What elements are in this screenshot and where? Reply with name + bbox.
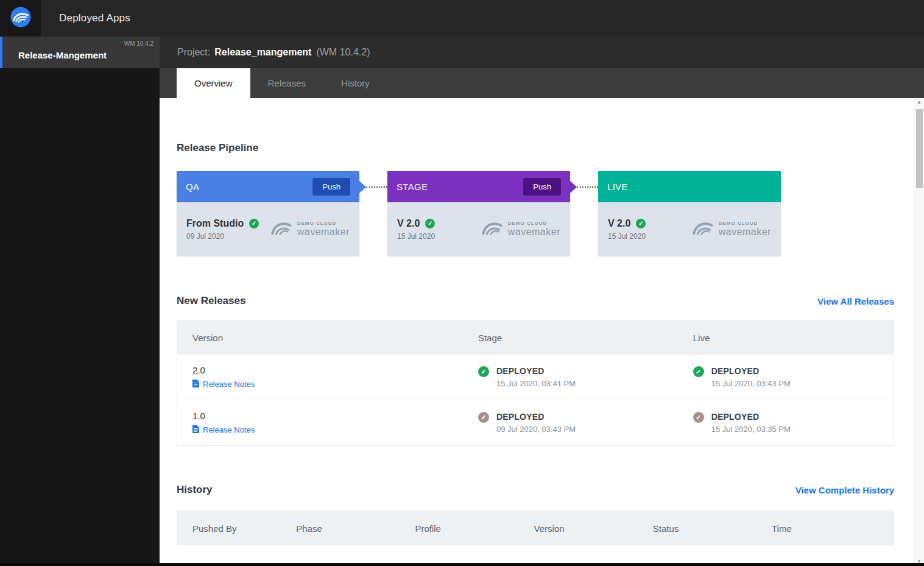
check-icon: ✓ (636, 219, 646, 228)
table-header-row: Pushed By Phase Profile Version Status T… (177, 511, 894, 545)
wavemaker-cloud-logo: DEMO CLOUD wavemaker (269, 219, 350, 239)
new-releases-table: Version Stage Live 2.0 Release (177, 320, 894, 446)
pipeline-connector (359, 171, 387, 202)
tab-bar: Overview Releases History (160, 68, 924, 98)
stage-body: V 2.0 ✓ 15 Jul 2020 (598, 202, 781, 256)
wavemaker-cloud-logo: DEMO CLOUD wavemaker (691, 219, 771, 239)
column-header-live: Live (693, 333, 894, 343)
project-prefix: Project: (177, 47, 210, 58)
app-logo-box[interactable] (0, 0, 41, 37)
pipeline-connector (570, 171, 598, 202)
document-icon (192, 380, 199, 389)
stage-date: 09 Jul 2020 (186, 232, 259, 241)
check-icon: ✓ (425, 219, 435, 228)
release-notes-label: Release Notes (203, 425, 255, 434)
stage-date: 15 Jul 2020 (397, 232, 435, 241)
stage-name: QA (186, 182, 199, 192)
document-icon (192, 425, 199, 435)
tab-history[interactable]: History (323, 68, 387, 98)
arrow-right-icon (359, 181, 366, 193)
sidebar: WM 10.4.2 Release-Mangement (0, 37, 160, 566)
stage-card-live: LIVE V 2.0 ✓ 15 Jul 2020 (598, 171, 781, 256)
deploy-status: DEPLOYED (496, 412, 576, 422)
stage-header: STAGE Push (387, 171, 570, 202)
stage-header: LIVE (598, 171, 781, 202)
scrollbar-thumb[interactable] (916, 109, 923, 188)
push-button[interactable]: Push (523, 178, 561, 196)
pipeline-cards: QA Push From Studio ✓ 09 Jul 2020 (177, 171, 894, 256)
stage-version: From Studio (186, 218, 244, 229)
stage-body: V 2.0 ✓ 15 Jul 2020 (387, 202, 570, 256)
logo-text-top: DEMO CLOUD (719, 221, 771, 226)
release-notes-label: Release Notes (203, 380, 255, 389)
sidebar-item-release-management[interactable]: WM 10.4.2 Release-Mangement (0, 37, 160, 68)
stage-version: V 2.0 (608, 218, 630, 229)
column-header-time: Time (772, 523, 890, 534)
release-pipeline-section: Release Pipeline QA Push From Studio (177, 142, 894, 256)
deploy-status: DEPLOYED (711, 412, 791, 422)
stage-date: 15 Jul 2020 (608, 232, 646, 241)
stage-version: V 2.0 (397, 218, 420, 229)
dotted-line (577, 186, 598, 188)
project-version: (WM 10.4.2) (316, 47, 370, 58)
history-table: Pushed By Phase Profile Version Status T… (177, 511, 894, 545)
sidebar-item-version: WM 10.4.2 (124, 40, 153, 47)
window-bottom-edge (0, 563, 924, 566)
scroll-up-icon[interactable]: ▲ (914, 98, 924, 107)
deploy-status: DEPLOYED (711, 366, 791, 376)
tab-overview[interactable]: Overview (177, 68, 250, 98)
stage-card-qa: QA Push From Studio ✓ 09 Jul 2020 (177, 171, 359, 256)
check-icon: ✓ (249, 219, 259, 228)
logo-text-bottom: wavemaker (719, 227, 771, 238)
deployed-check-icon: ✓ (478, 412, 489, 423)
release-pipeline-title: Release Pipeline (177, 142, 894, 154)
view-all-releases-link[interactable]: View All Releases (817, 296, 894, 306)
stage-card-stage: STAGE Push V 2.0 ✓ 15 Jul 2020 (387, 171, 570, 256)
column-header-stage: Stage (478, 333, 693, 343)
deployed-check-icon: ✓ (478, 366, 489, 377)
page-title: Deployed Apps (59, 12, 130, 24)
deployed-check-icon: ✓ (693, 412, 704, 423)
column-header-profile: Profile (415, 523, 534, 534)
push-button[interactable]: Push (312, 178, 350, 196)
wave-icon (269, 219, 294, 239)
deployed-check-icon: ✓ (693, 366, 704, 377)
wave-icon (480, 219, 504, 239)
view-complete-history-link[interactable]: View Complete History (795, 485, 894, 495)
sidebar-item-label: Release-Mangement (18, 50, 107, 60)
deploy-time: 15 Jul 2020, 03:43 PM (711, 379, 791, 388)
release-version: 2.0 (192, 365, 478, 375)
release-version: 1.0 (192, 411, 478, 421)
project-name: Release_mangement (214, 47, 311, 58)
column-header-pushed-by: Pushed By (177, 523, 296, 534)
deploy-time: 15 Jul 2020, 03:35 PM (711, 425, 791, 434)
arrow-right-icon (570, 181, 577, 193)
deploy-time: 09 Jul 2020, 03:43 PM (496, 425, 576, 434)
release-notes-link[interactable]: Release Notes (192, 380, 255, 389)
wavemaker-cloud-logo: DEMO CLOUD wavemaker (480, 219, 560, 239)
logo-text-top: DEMO CLOUD (297, 221, 350, 226)
main-content: Release Pipeline QA Push From Studio (160, 98, 924, 566)
table-header-row: Version Stage Live (177, 321, 894, 354)
stage-header: QA Push (177, 171, 359, 202)
new-releases-section: New Releases View All Releases Version S… (177, 295, 894, 446)
column-header-version: Version (177, 333, 478, 343)
wavemaker-logo-icon (10, 6, 32, 30)
release-row: 2.0 Release Notes ✓ (177, 354, 894, 400)
release-row: 1.0 Release Notes ✓ (177, 400, 894, 445)
history-title: History (177, 484, 213, 496)
logo-text-bottom: wavemaker (297, 227, 350, 238)
vertical-scrollbar[interactable]: ▲ ▼ (914, 98, 924, 566)
stage-body: From Studio ✓ 09 Jul 2020 (177, 202, 359, 256)
tab-releases[interactable]: Releases (250, 68, 324, 98)
dotted-line (366, 186, 387, 188)
logo-text-top: DEMO CLOUD (508, 221, 560, 226)
wave-icon (691, 219, 715, 239)
release-notes-link[interactable]: Release Notes (192, 425, 255, 435)
history-section: History View Complete History Pushed By … (177, 484, 894, 545)
deploy-status: DEPLOYED (496, 366, 576, 376)
top-bar: Deployed Apps (0, 0, 924, 37)
stage-name: LIVE (607, 182, 628, 192)
column-header-phase: Phase (296, 523, 415, 534)
deploy-time: 15 Jul 2020, 03:41 PM (496, 379, 576, 388)
